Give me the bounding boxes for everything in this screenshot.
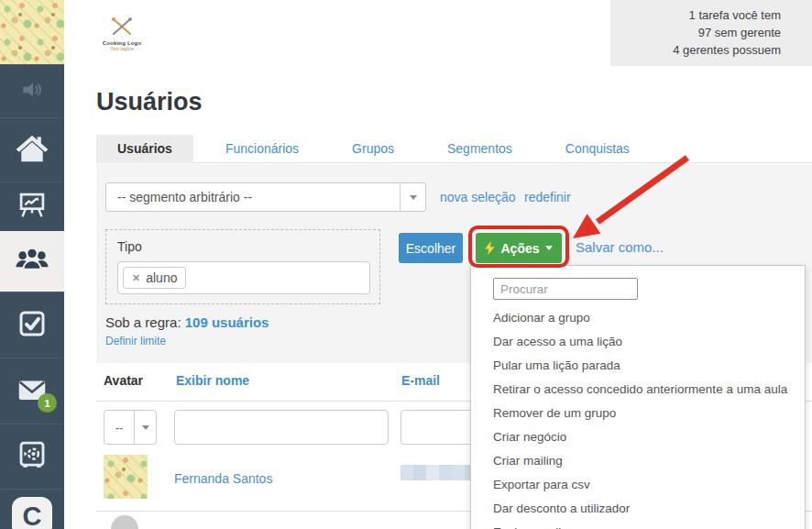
menu-item-remover-grupo[interactable]: Remover de um grupo	[471, 402, 805, 425]
sidebar-item-vault[interactable]	[0, 424, 64, 489]
menu-search-input[interactable]	[493, 278, 638, 300]
column-header-exibir-nome[interactable]: Exibir nome	[176, 373, 249, 388]
chevron-down-icon	[142, 425, 149, 430]
rule-count[interactable]: 109 usuários	[185, 314, 269, 330]
cooking-logo[interactable]: Cooking Logo Your tagline	[101, 17, 143, 59]
cooking-logo-tagline: Your tagline	[101, 46, 143, 51]
presentation-chart-icon	[16, 190, 48, 225]
sidebar-item-tasks[interactable]	[0, 292, 64, 358]
tag-label: aluno	[146, 270, 177, 285]
tag-chip-aluno: ✕ aluno	[123, 267, 186, 289]
stat-tasks: 1 tarefa você tem	[610, 6, 781, 24]
tab-usuarios[interactable]: Usuários	[96, 135, 193, 163]
segment-select-value: -- segmento arbitrário --	[106, 190, 400, 204]
avatar-filter-select[interactable]: --	[104, 410, 157, 445]
name-filter-input[interactable]	[174, 410, 389, 445]
menu-item-dar-acesso-licao[interactable]: Dar acesso a uma lição	[471, 330, 805, 354]
menu-item-retirar-acesso[interactable]: Retirar o acesso concedido anteriormente…	[471, 378, 805, 402]
remove-tag-icon[interactable]: ✕	[132, 272, 140, 284]
actions-button-label: Ações	[500, 241, 539, 256]
define-limit-link[interactable]: Definir limite	[105, 335, 166, 347]
safe-icon	[16, 438, 49, 475]
tipo-filter-box: Tipo ✕ aluno	[105, 229, 380, 304]
user-name-link[interactable]: Fernanda Santos	[174, 471, 272, 486]
sidebar-item-home[interactable]	[0, 117, 64, 182]
tab-segmentos[interactable]: Segmentos	[426, 135, 533, 163]
avatar-filter-arrow[interactable]	[134, 411, 156, 444]
menu-item-enviar-email[interactable]: Enviar email	[471, 521, 805, 529]
users-page: 1 C Cooking Logo	[0, 0, 812, 529]
mail-badge: 1	[38, 393, 57, 413]
segment-select-arrow[interactable]	[400, 183, 425, 211]
sidebar: 1 C	[0, 0, 64, 529]
users-icon	[14, 241, 50, 281]
actions-button[interactable]: Ações	[476, 233, 562, 263]
rule-prefix: Sob a regra:	[105, 314, 181, 330]
checkbox-icon	[16, 307, 49, 344]
stat-managers-have: 4 gerentes possuem	[610, 41, 781, 59]
rule-summary: Sob a regra: 109 usuários	[105, 314, 269, 330]
sidebar-item-getcourse[interactable]: C	[0, 489, 64, 529]
announcement-icon	[20, 78, 44, 105]
column-header-avatar: Avatar	[104, 373, 143, 388]
tab-grupos[interactable]: Grupos	[331, 135, 415, 163]
reset-link[interactable]: redefinir	[524, 190, 571, 204]
save-as-link[interactable]: Salvar como...	[576, 239, 664, 255]
user-avatar[interactable]	[104, 455, 148, 499]
getcourse-logo: C	[12, 497, 52, 529]
tab-funcionarios[interactable]: Funcionários	[204, 135, 320, 163]
tipo-label: Tipo	[117, 239, 142, 254]
menu-item-pular-licao[interactable]: Pular uma lição parada	[471, 354, 805, 378]
sidebar-item-users[interactable]	[0, 231, 64, 292]
tab-bar: Usuários Funcionários Grupos Segmentos C…	[96, 135, 812, 163]
segment-select[interactable]: -- segmento arbitrário --	[105, 182, 426, 212]
lightning-icon	[485, 241, 495, 255]
page-title: Usuários	[96, 88, 203, 116]
menu-item-criar-mailing[interactable]: Criar mailing	[471, 449, 805, 473]
manager-stats-box: 1 tarefa você tem 97 sem gerente 4 geren…	[610, 0, 812, 66]
menu-item-list: Adicionar a grupo Dar acesso a uma lição…	[471, 306, 805, 529]
next-row-avatar	[111, 515, 138, 529]
actions-dropdown-menu: Adicionar a grupo Dar acesso a uma lição…	[470, 265, 806, 529]
column-header-email[interactable]: E-mail	[401, 373, 440, 388]
sidebar-item-messages[interactable]: 1	[0, 358, 64, 424]
tipo-tag-input[interactable]: ✕ aluno	[117, 261, 370, 294]
menu-item-adicionar-a-grupo[interactable]: Adicionar a grupo	[471, 306, 805, 330]
sidebar-pattern-image	[0, 0, 64, 64]
sidebar-item-reports[interactable]	[0, 182, 64, 231]
caret-down-icon	[545, 246, 553, 250]
avatar-filter-value: --	[104, 421, 134, 435]
tab-conquistas[interactable]: Conquistas	[544, 135, 651, 163]
menu-item-dar-desconto[interactable]: Dar desconto a utilizador	[471, 497, 805, 521]
menu-item-exportar-csv[interactable]: Exportar para csv	[471, 473, 805, 497]
menu-item-criar-negocio[interactable]: Criar negócio	[471, 425, 805, 449]
new-selection-link[interactable]: nova seleção	[440, 190, 516, 204]
stat-no-manager: 97 sem gerente	[610, 24, 781, 41]
choose-button[interactable]: Escolher	[399, 233, 463, 263]
home-icon	[15, 131, 49, 170]
sidebar-item-announcements[interactable]	[0, 64, 64, 117]
chevron-down-icon	[410, 195, 417, 200]
